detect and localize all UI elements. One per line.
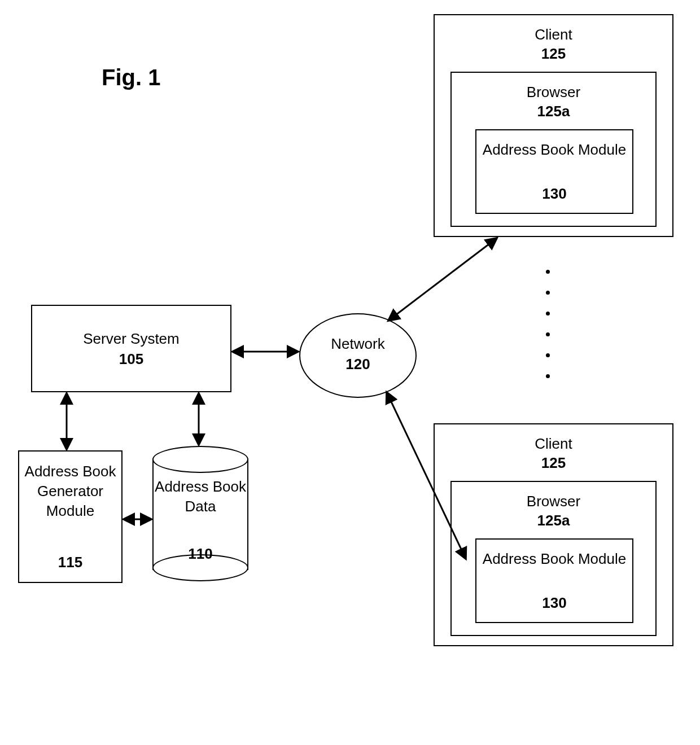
client-2-ref: 125 bbox=[541, 454, 566, 471]
client-1-abmodule-box: Address Book Module 130 bbox=[475, 129, 633, 214]
client-2-abmodule-box: Address Book Module 130 bbox=[475, 538, 633, 623]
server-system-ref: 105 bbox=[119, 350, 143, 367]
ab-data-ref: 110 bbox=[188, 545, 212, 562]
diagram-canvas: Fig. 1 Server System 105 Address Book Ge… bbox=[0, 0, 700, 745]
client-1-browser-ref: 125a bbox=[537, 103, 570, 120]
client-1-browser-label: Browser bbox=[527, 84, 580, 100]
figure-title: Fig. 1 bbox=[102, 65, 160, 90]
server-system-box: Server System 105 bbox=[31, 305, 231, 392]
client-2-browser-label: Browser bbox=[527, 493, 580, 510]
vertical-ellipsis-icon bbox=[546, 270, 550, 378]
client-1-abmodule-ref: 130 bbox=[542, 185, 566, 202]
ab-data-cylinder: Address Book Data 110 bbox=[152, 446, 248, 581]
client-1-label: Client bbox=[535, 26, 572, 43]
client-2-abmodule-label: Address Book Module bbox=[476, 550, 632, 569]
client-2-browser-box: Browser 125a Address Book Module 130 bbox=[450, 481, 657, 636]
client-2-abmodule-ref: 130 bbox=[542, 594, 566, 611]
ab-generator-module-ref: 115 bbox=[58, 554, 82, 571]
ab-generator-module-label: Address Book Generator Module bbox=[19, 462, 121, 521]
network-node: Network 120 bbox=[299, 313, 417, 398]
network-ref: 120 bbox=[345, 356, 370, 373]
network-label: Network bbox=[331, 335, 384, 352]
client-2-box: Client 125 Browser 125a Address Book Mod… bbox=[434, 423, 673, 646]
client-1-browser-box: Browser 125a Address Book Module 130 bbox=[450, 72, 657, 227]
client-1-abmodule-label: Address Book Module bbox=[476, 141, 632, 160]
client-2-browser-ref: 125a bbox=[537, 512, 570, 529]
client-2-label: Client bbox=[535, 435, 572, 452]
server-system-label: Server System bbox=[83, 330, 180, 347]
client-1-ref: 125 bbox=[541, 45, 566, 62]
ab-generator-module-box: Address Book Generator Module 115 bbox=[18, 450, 123, 583]
conn-network-client1 bbox=[388, 238, 497, 321]
client-1-box: Client 125 Browser 125a Address Book Mod… bbox=[434, 14, 673, 237]
ab-data-label: Address Book Data bbox=[152, 477, 248, 516]
